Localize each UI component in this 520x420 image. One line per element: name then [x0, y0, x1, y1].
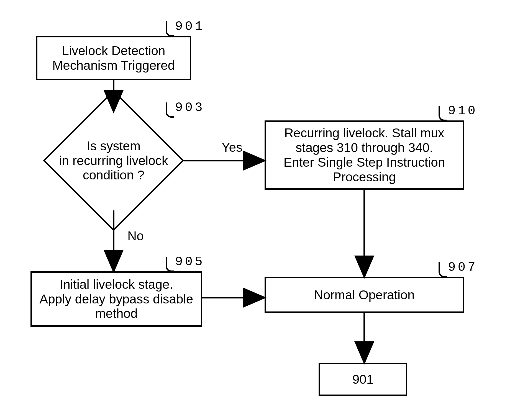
- label-910: 910: [448, 104, 478, 118]
- process-907-text: Normal Operation: [314, 288, 414, 302]
- flowchart-canvas: Livelock Detection Mechanism Triggered 9…: [0, 0, 520, 420]
- process-905-text: Initial livelock stage. Apply delay bypa…: [40, 277, 193, 321]
- label-901: 901: [175, 19, 205, 34]
- process-901-text: Livelock Detection Mechanism Triggered: [52, 43, 175, 73]
- terminal-end-text: 901: [352, 372, 374, 387]
- label-hook-905: [166, 257, 174, 272]
- label-hook-907: [439, 262, 447, 277]
- process-910: Recurring livelock. Stall mux stages 310…: [265, 120, 464, 190]
- edge-label-no: No: [127, 228, 144, 243]
- terminal-end: 901: [319, 363, 407, 396]
- label-hook-910: [439, 106, 447, 121]
- process-910-text: Recurring livelock. Stall mux stages 310…: [284, 126, 445, 184]
- label-905: 905: [175, 255, 205, 269]
- process-905: Initial livelock stage. Apply delay bypa…: [30, 271, 202, 327]
- label-hook-903: [166, 102, 174, 118]
- process-901: Livelock Detection Mechanism Triggered: [36, 36, 191, 80]
- label-903: 903: [175, 101, 205, 115]
- decision-903-text: Is system in recurring livelock conditio…: [59, 139, 168, 183]
- edge-label-yes: Yes: [222, 140, 242, 155]
- decision-903-text-wrap: Is system in recurring livelock conditio…: [36, 111, 191, 210]
- label-907: 907: [448, 260, 478, 275]
- process-907: Normal Operation: [265, 277, 464, 313]
- label-hook-901: [166, 21, 174, 37]
